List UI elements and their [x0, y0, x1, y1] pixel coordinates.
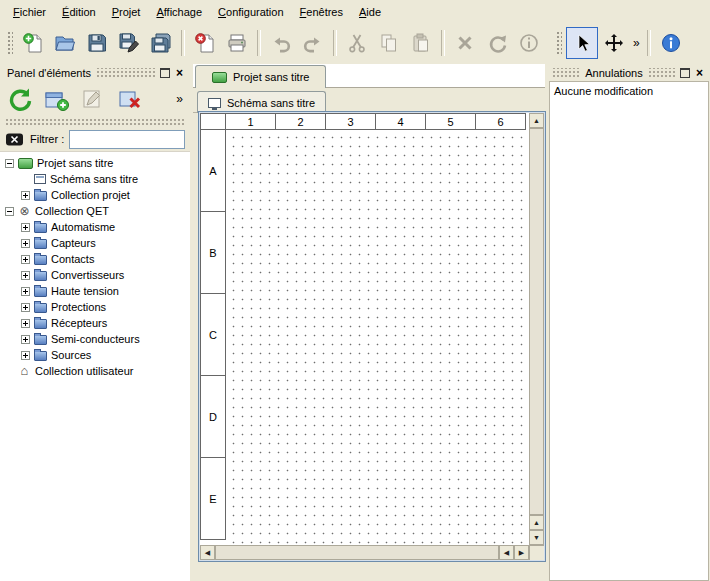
float-panel-button[interactable] [677, 66, 692, 80]
row-header: D [200, 376, 226, 458]
panel-toolbar-overflow-chevron[interactable]: » [176, 92, 186, 106]
tree-item-collection-qet[interactable]: Collection QET [0, 203, 190, 219]
paste-button[interactable] [405, 27, 437, 59]
tree-item-haute-tension[interactable]: Haute tension [0, 283, 190, 299]
save-as-icon [118, 32, 140, 54]
undo-list-item[interactable]: Aucune modification [550, 82, 708, 100]
close-panel-button[interactable] [172, 66, 187, 80]
expand-icon[interactable] [21, 335, 30, 344]
arrow-down-icon: ▼ [533, 534, 540, 541]
scroll-down-button[interactable]: ▼ [529, 530, 544, 545]
new-element-button[interactable] [41, 84, 71, 114]
tree-item-convertisseurs[interactable]: Convertisseurs [0, 267, 190, 283]
horizontal-scroll-thumb[interactable] [215, 545, 499, 560]
expand-icon[interactable] [21, 191, 30, 200]
collections-tree[interactable]: Projet sans titre Schéma sans titre Coll… [0, 151, 190, 581]
redo-button[interactable] [297, 27, 329, 59]
selection-mode-button[interactable] [566, 27, 598, 59]
delete-element-button[interactable] [115, 84, 145, 114]
menu-projet[interactable]: Projet [104, 3, 149, 21]
tree-item-sources[interactable]: Sources [0, 347, 190, 363]
tree-item-contacts[interactable]: Contacts [0, 251, 190, 267]
scroll-left-button[interactable]: ◀ [200, 545, 215, 560]
float-panel-button[interactable] [157, 66, 172, 80]
undo-button[interactable] [265, 27, 297, 59]
expand-icon[interactable] [21, 271, 30, 280]
rotate-button[interactable] [481, 27, 513, 59]
toolbar-overflow-chevron[interactable]: » [630, 36, 643, 50]
horizontal-scrollbar[interactable]: ◀ ◀ ▶ [200, 545, 529, 560]
vertical-scrollbar[interactable]: ▲ ▲ ▼ [529, 113, 544, 545]
delete-element-icon [117, 86, 143, 112]
project-tabbar: Projet sans titre [193, 64, 545, 88]
tree-item-recepteurs[interactable]: Récepteurs [0, 315, 190, 331]
filter-toolbar-handle[interactable] [5, 118, 185, 125]
project-tab-label: Projet sans titre [233, 71, 309, 83]
save-all-button[interactable] [145, 27, 177, 59]
scroll-left-button[interactable]: ◀ [499, 545, 514, 560]
schema-canvas[interactable]: 1 2 3 4 5 6 A B C D E [200, 113, 529, 545]
tree-item-project[interactable]: Projet sans titre [0, 155, 190, 171]
menu-edition[interactable]: Édition [54, 3, 104, 21]
reload-collections-button[interactable] [4, 84, 34, 114]
filter-input[interactable] [69, 130, 185, 149]
save-button[interactable] [81, 27, 113, 59]
tree-item-semi-conducteurs[interactable]: Semi-conducteurs [0, 331, 190, 347]
pan-mode-button[interactable] [598, 27, 630, 59]
tree-item-collection-projet[interactable]: Collection projet [0, 187, 190, 203]
undo-panel-titlebar[interactable]: Annulations [548, 64, 710, 81]
menu-fichier[interactable]: Fichier [5, 3, 54, 21]
panel-drag-texture[interactable] [95, 68, 157, 78]
clear-filter-icon[interactable] [5, 132, 25, 147]
expand-icon[interactable] [21, 255, 30, 264]
expand-icon[interactable] [21, 351, 30, 360]
menu-fenetres[interactable]: Fenêtres [292, 3, 351, 21]
scroll-up-button[interactable]: ▲ [529, 113, 544, 128]
copy-button[interactable] [373, 27, 405, 59]
tree-item-protections[interactable]: Protections [0, 299, 190, 315]
menu-affichage[interactable]: Affichage [148, 3, 210, 21]
tree-item-label: Schéma sans titre [50, 173, 138, 185]
tab-projet-sans-titre[interactable]: Projet sans titre [195, 65, 326, 88]
panel-drag-texture[interactable] [647, 68, 677, 78]
schema-view[interactable]: 1 2 3 4 5 6 A B C D E ▲ ▲ ▼ ◀ ◀ [198, 111, 546, 562]
info-button[interactable] [513, 27, 545, 59]
edit-element-button[interactable] [78, 84, 108, 114]
grid-dots[interactable] [226, 130, 529, 545]
expand-icon[interactable] [21, 223, 30, 232]
panel-drag-texture[interactable] [551, 68, 581, 78]
collapse-icon[interactable] [5, 207, 14, 216]
expand-icon[interactable] [21, 287, 30, 296]
tab-schema-sans-titre[interactable]: Schéma sans titre [197, 91, 326, 113]
open-project-button[interactable] [49, 27, 81, 59]
tree-item-automatisme[interactable]: Automatisme [0, 219, 190, 235]
toolbar-handle[interactable] [6, 30, 13, 56]
tree-item-label: Semi-conducteurs [51, 333, 140, 345]
menu-configuration[interactable]: Configuration [210, 3, 291, 21]
vertical-scroll-thumb[interactable] [529, 128, 544, 515]
print-icon [226, 32, 248, 54]
menu-aide[interactable]: Aide [351, 3, 389, 21]
elements-panel-titlebar[interactable]: Panel d'éléments [0, 64, 190, 81]
scroll-up-button[interactable]: ▲ [529, 515, 544, 530]
column-header: 6 [476, 113, 526, 130]
collapse-icon[interactable] [5, 159, 14, 168]
cut-button[interactable] [341, 27, 373, 59]
close-document-button[interactable] [189, 27, 221, 59]
expand-icon[interactable] [21, 239, 30, 248]
expand-icon[interactable] [21, 303, 30, 312]
print-button[interactable] [221, 27, 253, 59]
about-button[interactable] [655, 27, 687, 59]
delete-button[interactable] [449, 27, 481, 59]
tree-item-schema[interactable]: Schéma sans titre [0, 171, 190, 187]
expand-icon[interactable] [21, 319, 30, 328]
undo-list[interactable]: Aucune modification [549, 81, 709, 581]
arrow-up-icon: ▲ [533, 117, 540, 124]
toolbar-handle[interactable] [555, 30, 562, 56]
tree-item-collection-utilisateur[interactable]: Collection utilisateur [0, 363, 190, 379]
close-panel-button[interactable] [692, 66, 707, 80]
scroll-right-button[interactable]: ▶ [514, 545, 529, 560]
tree-item-capteurs[interactable]: Capteurs [0, 235, 190, 251]
save-as-button[interactable] [113, 27, 145, 59]
new-document-button[interactable] [17, 27, 49, 59]
